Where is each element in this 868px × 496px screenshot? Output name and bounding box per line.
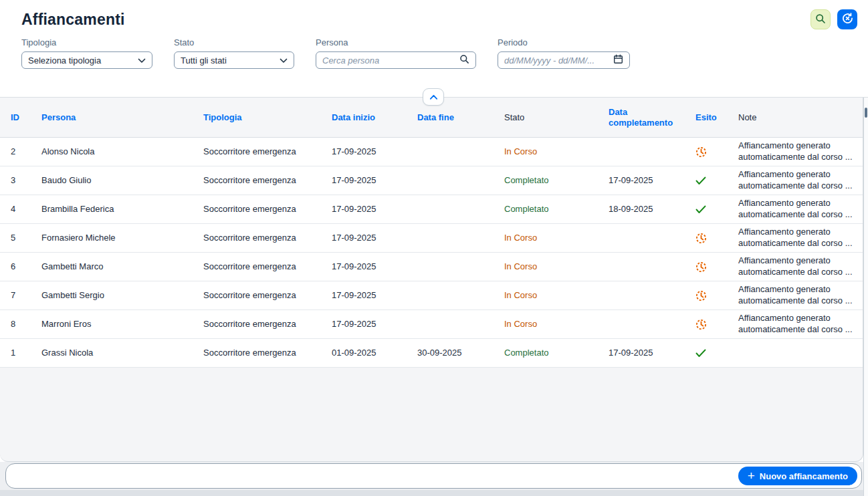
column-header-note: Note	[738, 112, 863, 123]
filter-stato: Stato Tutti gli stati	[174, 37, 294, 69]
cell-note	[738, 350, 863, 356]
cell-tipologia: Soccorritore emergenza	[203, 201, 332, 218]
cell-data_inizio: 17-09-2025	[332, 172, 417, 189]
cell-data_completamento	[609, 264, 695, 269]
plus-icon: +	[748, 469, 755, 482]
cell-data_completamento: 17-09-2025	[609, 345, 695, 362]
cell-stato: In Corso	[504, 259, 609, 275]
cell-data_fine	[417, 207, 504, 212]
search-icon[interactable]	[459, 54, 469, 66]
cell-esito	[695, 203, 738, 217]
column-header-esito[interactable]: Esito	[695, 112, 738, 123]
cell-stato: In Corso	[504, 144, 609, 160]
cell-esito	[695, 259, 738, 275]
cell-note: Affiancamento generato automaticamente d…	[738, 310, 863, 338]
pending-clock-icon	[695, 319, 707, 330]
chevron-up-icon	[429, 91, 438, 103]
cell-note: Affiancamento generato automaticamente d…	[738, 224, 863, 252]
periodo-label: Periodo	[498, 37, 630, 47]
cell-data_completamento	[609, 322, 695, 327]
cell-data_inizio: 17-09-2025	[332, 230, 417, 247]
periodo-date-range-field	[498, 51, 630, 69]
cell-persona: Gambetti Marco	[41, 259, 203, 275]
column-header-id[interactable]: ID	[11, 112, 41, 123]
cell-persona: Grassi Nicola	[41, 345, 203, 362]
cell-data_fine	[417, 149, 504, 154]
table-row[interactable]: 6Gambetti MarcoSoccorritore emergenza17-…	[0, 253, 863, 281]
search-button[interactable]	[810, 9, 831, 29]
cell-persona: Fornasiero Michele	[41, 230, 203, 247]
table-row[interactable]: 5Fornasiero MicheleSoccorritore emergenz…	[0, 224, 863, 253]
filter-periodo: Periodo	[498, 37, 630, 69]
nuovo-affiancamento-button[interactable]: + Nuovo affiancamento	[738, 467, 857, 485]
cell-esito	[695, 144, 738, 160]
pending-clock-icon	[695, 146, 707, 158]
column-header-data_fine[interactable]: Data fine	[417, 112, 504, 123]
column-header-persona[interactable]: Persona	[41, 112, 203, 123]
search-icon	[815, 13, 826, 26]
table-row[interactable]: 7Gambetti SergioSoccorritore emergenza17…	[0, 281, 863, 310]
pending-clock-icon	[695, 261, 707, 273]
cell-stato: In Corso	[504, 316, 609, 333]
table-row[interactable]: 4Brambilla FedericaSoccorritore emergenz…	[0, 195, 863, 224]
cell-data_inizio: 17-09-2025	[332, 201, 417, 218]
pending-clock-icon	[695, 233, 707, 244]
cell-tipologia: Soccorritore emergenza	[203, 230, 332, 247]
stato-select[interactable]: Tutti gli stati	[174, 51, 294, 69]
vertical-scrollbar[interactable]	[863, 98, 868, 496]
cell-tipologia: Soccorritore emergenza	[203, 287, 332, 304]
stato-selected-value: Tutti gli stati	[181, 55, 227, 66]
cell-data_completamento	[609, 149, 695, 154]
table-row[interactable]: 3Baudo GiulioSoccorritore emergenza17-09…	[0, 166, 863, 195]
cell-tipologia: Soccorritore emergenza	[203, 345, 332, 362]
cell-stato: Completato	[504, 201, 609, 218]
cell-data_inizio: 01-09-2025	[332, 345, 417, 362]
filter-bar: Tipologia Seleziona tipologia Stato Tutt…	[0, 29, 868, 69]
filter-persona: Persona	[316, 37, 476, 69]
cell-note: Affiancamento generato automaticamente d…	[738, 253, 863, 281]
cell-id: 6	[11, 259, 41, 275]
action-bar: + Nuovo affiancamento	[5, 463, 862, 489]
table-row[interactable]: 2Alonso NicolaSoccorritore emergenza17-0…	[0, 138, 863, 166]
chevron-down-icon	[280, 55, 288, 66]
scrollbar-thumb[interactable]	[865, 108, 867, 118]
cell-data_completamento	[609, 293, 695, 298]
collapse-filters-button[interactable]	[423, 88, 444, 106]
cell-id: 7	[11, 287, 41, 304]
pending-clock-icon	[695, 290, 707, 301]
filter-tipologia: Tipologia Seleziona tipologia	[21, 37, 152, 69]
reset-filters-button[interactable]	[837, 9, 857, 29]
cell-data_completamento: 18-09-2025	[609, 201, 695, 218]
cell-data_completamento: 17-09-2025	[609, 172, 695, 189]
calendar-icon[interactable]	[613, 54, 623, 66]
nuovo-affiancamento-label: Nuovo affiancamento	[760, 471, 848, 481]
cell-stato: Completato	[504, 172, 609, 189]
cell-id: 2	[11, 144, 41, 160]
cell-esito	[695, 174, 738, 188]
cell-note: Affiancamento generato automaticamente d…	[738, 138, 863, 166]
periodo-date-range-input[interactable]	[504, 55, 613, 66]
cell-tipologia: Soccorritore emergenza	[203, 172, 332, 189]
cell-data_fine	[417, 293, 504, 298]
success-check-icon	[695, 349, 706, 358]
cell-data_fine	[417, 178, 504, 183]
table-row[interactable]: 1Grassi NicolaSoccorritore emergenza01-0…	[0, 339, 863, 368]
stato-label: Stato	[174, 37, 294, 47]
persona-label: Persona	[316, 37, 476, 47]
column-header-tipologia[interactable]: Tipologia	[203, 112, 332, 123]
tipologia-selected-value: Seleziona tipologia	[28, 55, 101, 66]
cell-data_inizio: 17-09-2025	[332, 316, 417, 333]
cell-data_inizio: 17-09-2025	[332, 287, 417, 304]
table-body: 2Alonso NicolaSoccorritore emergenza17-0…	[0, 138, 863, 368]
persona-search-input[interactable]	[322, 55, 459, 66]
cell-id: 3	[11, 172, 41, 189]
cell-tipologia: Soccorritore emergenza	[203, 316, 332, 333]
cell-persona: Alonso Nicola	[41, 144, 203, 160]
tipologia-select[interactable]: Seleziona tipologia	[21, 51, 152, 69]
column-header-data_completamento[interactable]: Data completamento	[609, 107, 695, 128]
tipologia-label: Tipologia	[21, 37, 152, 47]
column-header-data_inizio[interactable]: Data inizio	[332, 112, 417, 123]
cell-id: 1	[11, 345, 41, 362]
cell-data_fine	[417, 235, 504, 241]
table-row[interactable]: 8Marroni ErosSoccorritore emergenza17-09…	[0, 310, 863, 339]
